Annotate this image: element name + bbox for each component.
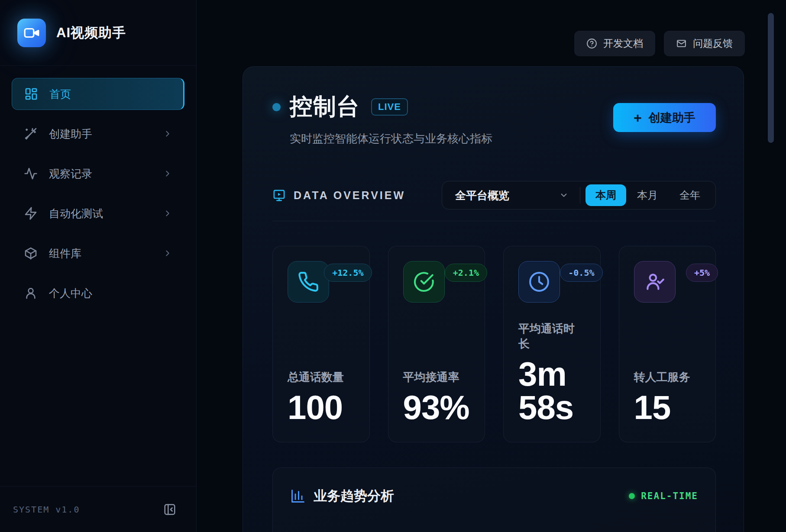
sidebar-item-label: 观察记录	[49, 167, 92, 181]
data-overview-row: DATA OVERVIEW 全平台概览 本周 本月 全年	[272, 181, 716, 221]
video-camera-icon	[23, 25, 40, 41]
chevron-down-icon[interactable]	[559, 190, 569, 200]
trend-analysis-card: 业务趋势分析 REAL-TIME	[272, 468, 716, 532]
create-assistant-button[interactable]: + 创建助手	[613, 103, 716, 132]
zap-icon	[24, 206, 38, 220]
cube-icon	[24, 246, 38, 260]
console-header: 控制台 LIVE 实时监控智能体运行状态与业务核心指标 + 创建助手	[272, 91, 716, 146]
sidebar-collapse-button[interactable]	[163, 503, 176, 516]
bar-chart-icon	[290, 488, 306, 504]
platform-filter-select[interactable]: 全平台概览	[455, 188, 509, 203]
sidebar-item-label: 首页	[49, 87, 71, 101]
realtime-status: REAL-TIME	[629, 491, 698, 501]
realtime-label: REAL-TIME	[641, 491, 698, 501]
sidebar-item-label: 个人中心	[49, 286, 92, 300]
sidebar-item-label: 创建助手	[49, 127, 92, 141]
chevron-right-icon	[163, 248, 172, 258]
vertical-scrollbar-thumb[interactable]	[768, 13, 774, 143]
sidebar-item-label: 自动化测试	[49, 206, 103, 221]
sidebar: AI视频助手 首页 创建助手	[0, 0, 197, 532]
brand: AI视频助手	[0, 0, 196, 66]
phone-icon	[288, 261, 329, 303]
trend-badge: -0.5%	[560, 264, 602, 282]
stat-label: 转人工服务	[634, 370, 701, 385]
feedback-label: 问题反馈	[693, 37, 733, 50]
wand-icon	[24, 127, 38, 141]
stat-value: 3m 58s	[518, 358, 585, 424]
stat-card-answer-rate: +2.1% 平均接通率 93%	[388, 246, 485, 442]
dev-docs-button[interactable]: 开发文档	[574, 31, 655, 56]
create-assistant-label: 创建助手	[649, 110, 695, 126]
main-area: 开发文档 问题反馈 控制台 LIVE 实时监控智能体运行状态与业务核心指标 + …	[197, 0, 786, 532]
overview-filter-bar: 全平台概览 本周 本月 全年	[442, 181, 716, 210]
divider	[580, 187, 580, 203]
live-badge: LIVE	[371, 98, 408, 116]
time-range-tabs: 本周 本月 全年	[585, 184, 715, 206]
section-label: DATA OVERVIEW	[294, 189, 405, 202]
sidebar-item-automation-test[interactable]: 自动化测试	[12, 197, 184, 229]
sidebar-item-home[interactable]: 首页	[12, 78, 184, 110]
dashboard-icon	[24, 87, 38, 101]
topbar: 开发文档 问题反馈	[574, 31, 745, 56]
stat-value: 93%	[403, 391, 470, 424]
green-dot-icon	[629, 493, 635, 499]
stat-value: 100	[288, 391, 355, 424]
sidebar-item-label: 组件库	[49, 246, 81, 261]
tab-this-year[interactable]: 全年	[669, 184, 711, 206]
sidebar-footer: SYSTEM v1.0	[0, 486, 196, 532]
page-subtitle: 实时监控智能体运行状态与业务核心指标	[290, 131, 716, 146]
stat-card-total-calls: +12.5% 总通话数量 100	[272, 246, 370, 442]
help-circle-icon	[586, 38, 597, 49]
status-dot	[272, 103, 281, 111]
user-check-icon	[634, 261, 676, 303]
stat-label: 平均通话时长	[518, 321, 585, 351]
stat-card-avg-duration: -0.5% 平均通话时长 3m 58s	[503, 246, 601, 442]
mail-icon	[676, 38, 687, 49]
check-circle-icon	[403, 261, 445, 303]
clock-icon	[518, 261, 560, 303]
tab-this-week[interactable]: 本周	[585, 184, 626, 206]
stat-cards: +12.5% 总通话数量 100 +2.1% 平均接通率 93%	[272, 246, 716, 442]
stat-label: 总通话数量	[288, 370, 355, 385]
chevron-right-icon	[163, 169, 172, 178]
trend-badge: +12.5%	[324, 264, 372, 282]
trend-badge: +5%	[686, 264, 718, 282]
chevron-right-icon	[163, 129, 172, 139]
page-title: 控制台	[290, 91, 360, 123]
sidebar-item-profile[interactable]: 个人中心	[12, 277, 184, 309]
activity-icon	[24, 167, 38, 181]
app-logo	[17, 19, 46, 47]
tab-this-month[interactable]: 本月	[626, 184, 669, 206]
stat-label: 平均接通率	[403, 370, 470, 385]
sidebar-item-component-library[interactable]: 组件库	[12, 237, 184, 269]
monitor-play-icon	[272, 189, 286, 202]
chevron-right-icon	[163, 209, 172, 218]
sidebar-item-create-assistant[interactable]: 创建助手	[12, 118, 184, 150]
console-panel: 控制台 LIVE 实时监控智能体运行状态与业务核心指标 + 创建助手 DATA …	[243, 66, 744, 532]
stat-card-human-transfer: +5% 转人工服务 15	[619, 246, 716, 442]
plus-icon: +	[634, 111, 642, 125]
app-title: AI视频助手	[56, 24, 126, 42]
stat-value: 15	[634, 391, 701, 424]
sidebar-item-observation-log[interactable]: 观察记录	[12, 158, 184, 190]
dev-docs-label: 开发文档	[603, 37, 643, 50]
feedback-button[interactable]: 问题反馈	[664, 31, 745, 56]
sidebar-nav: 首页 创建助手 观察记录	[0, 66, 196, 329]
panel-collapse-icon	[163, 503, 176, 516]
system-version: SYSTEM v1.0	[13, 504, 80, 515]
trend-badge: +2.1%	[445, 264, 487, 282]
trend-title: 业务趋势分析	[314, 487, 394, 505]
user-icon	[24, 286, 38, 300]
